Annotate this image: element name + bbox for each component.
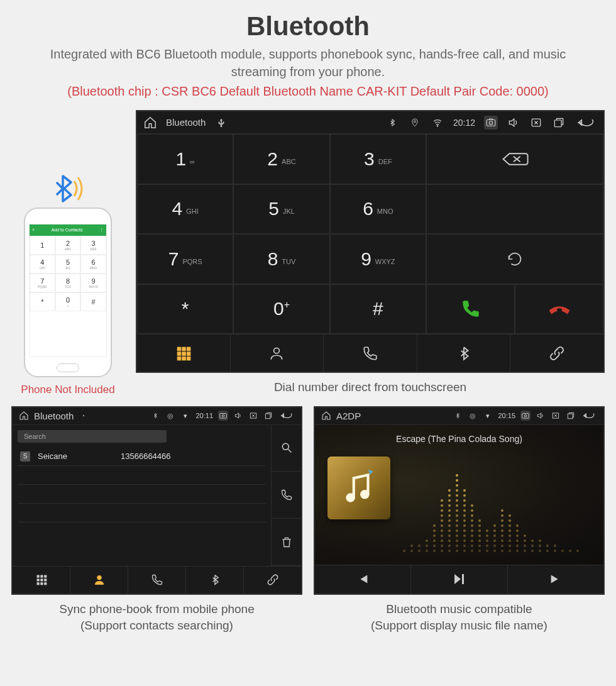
wifi-icon: ▾ <box>180 411 190 421</box>
svg-rect-38 <box>462 574 464 584</box>
svg-rect-14 <box>187 357 190 360</box>
tab-keypad[interactable] <box>13 567 70 594</box>
screen-title: Bluetooth <box>34 411 74 421</box>
tab-keypad[interactable] <box>137 335 231 372</box>
key-3[interactable]: 3DEF <box>330 134 426 184</box>
backspace-button[interactable] <box>426 134 603 184</box>
usb-icon <box>79 411 89 421</box>
redial-button[interactable] <box>426 234 603 284</box>
svg-rect-24 <box>44 575 47 578</box>
svg-rect-22 <box>36 575 39 578</box>
svg-rect-30 <box>44 582 47 585</box>
svg-rect-20 <box>265 414 270 419</box>
hangup-button[interactable] <box>515 284 603 335</box>
screenshot-icon[interactable] <box>218 411 228 421</box>
search-input[interactable]: Search <box>18 430 167 443</box>
svg-point-37 <box>360 490 369 499</box>
clock-text: 20:12 <box>453 118 475 128</box>
previous-button[interactable] <box>315 565 411 594</box>
row-dialer: +Add to Contacts⋮ 12ABC3DEF4GHI5JKL6MNO7… <box>11 110 605 396</box>
call-icon[interactable] <box>272 472 301 519</box>
bottom-tabs <box>137 334 603 372</box>
svg-rect-8 <box>187 347 190 350</box>
close-app-icon[interactable] <box>551 411 561 421</box>
search-icon[interactable] <box>272 425 301 472</box>
tab-bluetooth[interactable] <box>186 567 244 594</box>
key-1[interactable]: 1∞ <box>137 134 233 184</box>
delete-icon[interactable] <box>272 519 301 566</box>
svg-rect-25 <box>36 578 39 581</box>
svg-rect-13 <box>182 357 185 360</box>
tab-contacts[interactable] <box>70 567 128 594</box>
phone-mock: +Add to Contacts⋮ 12ABC3DEF4GHI5JKL6MNO7… <box>11 176 124 396</box>
svg-rect-23 <box>40 575 43 578</box>
key-5[interactable]: 5JKL <box>233 184 329 235</box>
svg-rect-10 <box>182 351 185 355</box>
key-9[interactable]: 9WXYZ <box>330 234 426 284</box>
svg-rect-6 <box>177 347 180 350</box>
tab-pair[interactable] <box>244 567 301 594</box>
close-app-icon[interactable] <box>529 116 543 130</box>
recent-apps-icon[interactable] <box>566 411 576 421</box>
key-0[interactable]: 0+ <box>233 284 329 335</box>
svg-rect-28 <box>36 582 39 585</box>
key-7[interactable]: 7PQRS <box>137 234 233 284</box>
svg-rect-32 <box>522 414 529 419</box>
bluetooth-icon <box>150 411 160 421</box>
key-8[interactable]: 8TUV <box>233 234 329 284</box>
back-icon[interactable] <box>581 411 597 421</box>
tab-bluetooth[interactable] <box>417 335 511 372</box>
svg-point-1 <box>437 125 438 126</box>
recent-apps-icon[interactable] <box>552 116 566 130</box>
back-icon[interactable] <box>278 411 295 421</box>
svg-rect-2 <box>487 119 495 126</box>
play-pause-button[interactable] <box>411 565 507 594</box>
volume-icon[interactable] <box>536 411 546 421</box>
tab-call-log[interactable] <box>128 567 186 594</box>
svg-rect-9 <box>177 351 180 355</box>
svg-point-21 <box>282 444 289 450</box>
phone-caption: Phone Not Included <box>11 384 124 396</box>
clock-text: 20:15 <box>498 412 515 419</box>
bluetooth-icon <box>453 411 463 421</box>
svg-point-15 <box>274 348 280 353</box>
volume-icon[interactable] <box>507 116 520 130</box>
home-icon[interactable] <box>143 116 157 130</box>
home-icon[interactable] <box>19 411 29 421</box>
screen-title: Bluetooth <box>166 117 206 128</box>
empty-cell <box>426 184 603 235</box>
track-title: Escape (The Pina Colada Song) <box>315 434 603 444</box>
dial-keypad: 1∞2ABC3DEF4GHI5JKL6MNO7PQRS8TUV9WXYZ*0+# <box>137 134 426 334</box>
call-button[interactable] <box>426 284 515 335</box>
next-button[interactable] <box>508 565 603 594</box>
svg-rect-26 <box>40 578 43 581</box>
screenshot-icon[interactable] <box>484 116 498 130</box>
key-6[interactable]: 6MNO <box>330 184 426 235</box>
dialer-screen: Bluetooth 20:12 1∞2ABC3DEF4GHI5JKL6MNO7P… <box>136 110 605 373</box>
close-app-icon[interactable] <box>248 411 258 421</box>
tab-contacts[interactable] <box>231 335 324 372</box>
key-*[interactable]: * <box>137 284 233 335</box>
tab-call-log[interactable] <box>324 335 417 372</box>
contact-row[interactable]: SSeicane13566664466 <box>18 448 266 466</box>
screen-title: A2DP <box>336 411 361 421</box>
screenshot-icon[interactable] <box>520 411 531 421</box>
svg-rect-17 <box>220 414 227 419</box>
back-icon[interactable] <box>575 116 597 130</box>
key-#[interactable]: # <box>330 284 426 335</box>
key-4[interactable]: 4GHI <box>137 184 233 235</box>
dialer-caption: Dial number direct from touchscreen <box>136 379 605 396</box>
svg-rect-29 <box>40 582 43 585</box>
volume-icon[interactable] <box>233 411 243 421</box>
home-icon[interactable] <box>321 411 331 421</box>
recent-apps-icon[interactable] <box>263 411 273 421</box>
wifi-icon: ▾ <box>483 411 493 421</box>
contacts-caption: Sync phone-book from mobile phone(Suppor… <box>11 601 302 634</box>
svg-rect-5 <box>554 119 561 126</box>
music-screen: A2DP ◎ ▾ 20:15 Escape (The Pina Colada S… <box>314 406 605 595</box>
key-2[interactable]: 2ABC <box>233 134 329 184</box>
svg-point-16 <box>84 415 85 416</box>
tab-pair[interactable] <box>510 335 603 372</box>
page-specs: (Bluetooth chip : CSR BC6 Default Blueto… <box>11 84 605 99</box>
status-bar: Bluetooth 20:12 <box>137 111 603 134</box>
